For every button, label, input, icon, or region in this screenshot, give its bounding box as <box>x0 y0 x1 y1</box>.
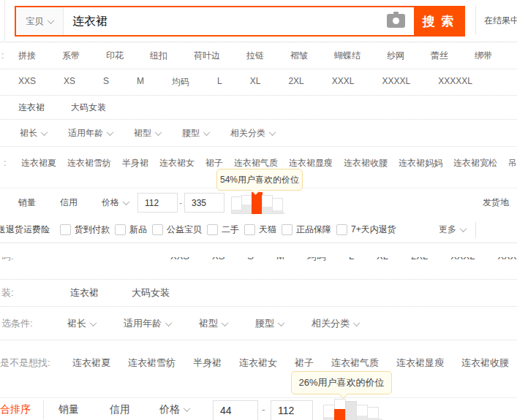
attribute-dropdown[interactable]: 相关分类 <box>312 317 359 330</box>
service-checkbox-item[interactable]: 货到付款 <box>60 224 110 236</box>
sort-credit[interactable]: 信用 <box>110 398 130 420</box>
size-tag[interactable]: L <box>217 76 222 88</box>
price-min-input[interactable]: 112 <box>137 193 178 213</box>
style-tag[interactable]: 纽扣 <box>150 50 167 62</box>
related-search-tag[interactable]: 半身裙 <box>193 356 222 370</box>
price-max-input[interactable]: 335 <box>184 193 224 213</box>
related-search-tag[interactable]: 连衣裙雪纺 <box>128 356 176 370</box>
related-search-tag[interactable]: 连衣裙夏 <box>72 356 110 370</box>
style-tag[interactable]: 印花 <box>106 50 124 62</box>
search-in-results-option[interactable]: 在结果中 <box>484 0 517 41</box>
more-dropdown[interactable]: 更多 <box>439 224 466 236</box>
category-tag[interactable]: 连衣裙 <box>70 286 99 299</box>
related-search-tag[interactable]: 连衣裙雪纺 <box>67 157 111 169</box>
sort-sales[interactable]: 销量 <box>59 398 79 420</box>
related-search-tag[interactable]: 连衣裙显瘦 <box>396 356 444 370</box>
category-dropdown[interactable]: 宝贝 <box>16 7 64 35</box>
style-tag[interactable]: 蕾丝 <box>431 50 448 62</box>
related-search-tag[interactable]: 连衣裙气质 <box>331 356 379 370</box>
style-tag[interactable]: 拼接 <box>18 50 36 62</box>
sort-composite-cut[interactable]: 合排序 <box>0 398 31 420</box>
checkbox[interactable] <box>152 224 163 235</box>
histogram-bar[interactable] <box>241 195 252 214</box>
histogram-bar[interactable] <box>262 195 273 214</box>
size-tag[interactable]: 均码 <box>307 257 326 265</box>
attribute-dropdown[interactable]: 裙型 <box>134 127 161 140</box>
related-search-tag[interactable]: 半身裙 <box>122 157 148 169</box>
style-tag[interactable]: 系带 <box>62 50 80 62</box>
related-search-tag[interactable]: 裙子 <box>205 157 223 169</box>
attribute-dropdown[interactable]: 适用年龄 <box>68 127 113 140</box>
size-tag[interactable]: M <box>276 257 284 265</box>
service-checkbox-item[interactable]: 二手 <box>207 224 239 236</box>
camera-icon[interactable] <box>387 14 405 28</box>
checkbox[interactable] <box>282 224 293 235</box>
service-checkbox-item[interactable]: 7+天内退货 <box>336 224 396 236</box>
attribute-dropdown[interactable]: 腰型 <box>182 127 209 140</box>
size-tag[interactable]: XXXXL <box>382 76 410 88</box>
sort-price-dropdown[interactable]: 价格 <box>159 398 189 420</box>
search-button[interactable]: 搜 索 <box>414 7 464 35</box>
related-search-tag[interactable]: 连衣裙宽松 <box>453 157 497 169</box>
checkbox[interactable] <box>244 224 255 235</box>
size-tag[interactable]: XS <box>212 257 224 265</box>
size-tag[interactable]: 2XL <box>411 257 428 265</box>
attribute-dropdown[interactable]: 裙型 <box>199 317 227 330</box>
service-checkbox-item[interactable]: 新品 <box>115 224 147 236</box>
attribute-dropdown[interactable]: 相关分类 <box>230 127 275 140</box>
size-tag[interactable]: S <box>103 76 109 88</box>
service-checkbox-item[interactable]: 公益宝贝 <box>152 224 202 236</box>
related-search-tag[interactable]: 连衣裙收腰 <box>461 356 509 370</box>
related-search-tag[interactable]: 裙子 <box>295 356 314 370</box>
related-search-tag[interactable]: 吊 <box>508 157 517 169</box>
size-tag[interactable]: XXS <box>170 257 189 265</box>
size-tag[interactable]: 2XL <box>288 76 303 88</box>
size-tag[interactable]: XL <box>377 257 388 265</box>
related-search-tag[interactable]: 连衣裙妈妈 <box>399 157 442 169</box>
size-tag[interactable]: XXXL <box>332 76 355 88</box>
histogram-bar[interactable] <box>334 399 346 420</box>
category-tag[interactable]: 大码女装 <box>132 286 170 299</box>
related-search-tag[interactable]: 连衣裙夏 <box>21 157 56 169</box>
style-tag[interactable]: 蝴蝶结 <box>334 50 361 62</box>
histogram-bar[interactable] <box>272 198 283 214</box>
size-tag[interactable]: XXXXL <box>497 257 517 265</box>
style-tag[interactable]: 绑带 <box>475 50 492 62</box>
size-tag[interactable]: XXS <box>18 76 36 88</box>
histogram-bar[interactable] <box>367 407 379 420</box>
cut-service-label[interactable]: 送退货运费险 <box>0 224 50 236</box>
sort-price-dropdown[interactable]: 价格 <box>102 196 129 209</box>
service-checkbox-item[interactable]: 正品保障 <box>282 224 331 236</box>
attribute-dropdown[interactable]: 腰型 <box>255 317 284 330</box>
size-tag[interactable]: 均码 <box>172 76 189 88</box>
histogram-bar[interactable] <box>252 192 263 214</box>
style-tag[interactable]: 纱网 <box>387 50 404 62</box>
price-min-input[interactable]: 44 <box>213 400 258 420</box>
histogram-bar[interactable] <box>356 405 368 420</box>
checkbox[interactable] <box>207 224 218 235</box>
histogram-bar[interactable] <box>231 196 242 214</box>
size-tag[interactable]: XS <box>64 76 75 88</box>
related-search-tag[interactable]: 连衣裙收腰 <box>344 157 388 169</box>
checkbox[interactable] <box>115 224 126 235</box>
histogram-bar[interactable] <box>323 405 335 420</box>
search-input[interactable]: 连衣裙 <box>64 7 414 35</box>
price-max-input[interactable]: 112 <box>271 400 313 420</box>
related-search-tag[interactable]: 连衣裙显瘦 <box>289 157 333 169</box>
checkbox[interactable] <box>60 224 71 235</box>
size-tag[interactable]: XL <box>250 76 261 88</box>
attribute-dropdown[interactable]: 裙长 <box>20 127 47 140</box>
category-tag[interactable]: 大码女装 <box>71 102 106 114</box>
related-search-tag[interactable]: 连衣裙气质 <box>234 157 278 169</box>
attribute-dropdown[interactable]: 裙长 <box>67 317 96 330</box>
size-tag[interactable]: S <box>247 257 254 265</box>
category-tag[interactable]: 连衣裙 <box>18 102 45 114</box>
size-tag[interactable]: L <box>349 257 354 265</box>
sort-credit[interactable]: 信用 <box>60 196 78 209</box>
attribute-dropdown[interactable]: 适用年龄 <box>124 317 171 330</box>
style-tag[interactable]: 拉链 <box>246 50 264 62</box>
size-tag[interactable]: XXXXXL <box>438 76 472 88</box>
service-checkbox-item[interactable]: 天猫 <box>244 224 276 236</box>
size-tag[interactable]: XXXL <box>450 257 475 265</box>
ship-from-label[interactable]: 发货地 <box>483 188 509 217</box>
